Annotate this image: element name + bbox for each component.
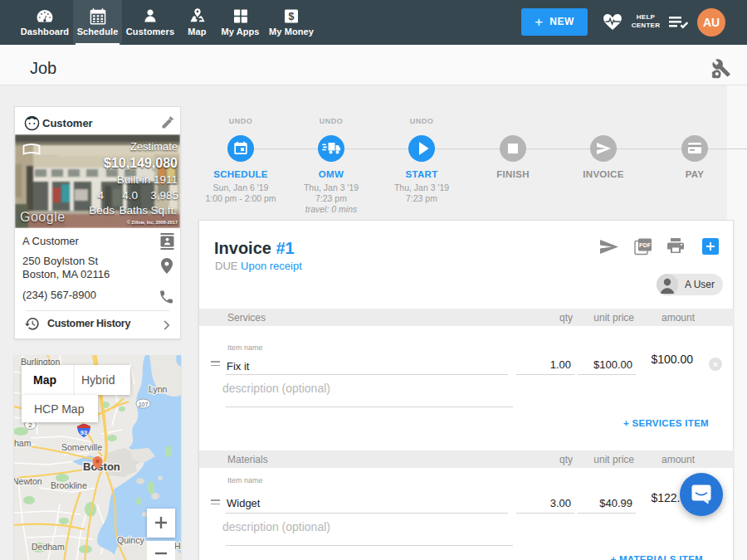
svg-text:Quincy: Quincy	[117, 535, 144, 545]
svg-text:Hybrid: Hybrid	[81, 373, 115, 387]
svg-text:2: 2	[28, 421, 32, 429]
svg-text:$: $	[289, 11, 295, 22]
svg-text:107: 107	[139, 402, 149, 407]
svg-text:Brookline: Brookline	[51, 480, 87, 490]
svg-text:Lynn: Lynn	[149, 384, 168, 394]
svg-text:Hi: Hi	[174, 541, 181, 551]
svg-text:93: 93	[81, 429, 87, 436]
svg-text:Newton: Newton	[14, 476, 42, 486]
svg-text:PDF: PDF	[639, 242, 652, 248]
svg-text:HCP Map: HCP Map	[34, 402, 85, 416]
svg-text:Dedham: Dedham	[32, 542, 65, 552]
svg-text:Map: Map	[33, 373, 56, 387]
svg-text:Somerville: Somerville	[61, 442, 102, 452]
svg-text:ham: ham	[14, 438, 32, 448]
